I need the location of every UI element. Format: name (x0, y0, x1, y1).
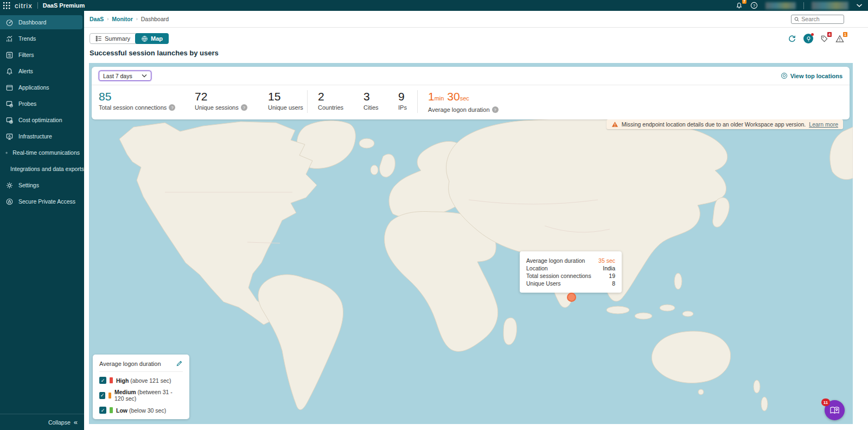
org-name-redacted (765, 2, 796, 9)
list-icon (95, 35, 102, 42)
legend-item-medium: ✓ Medium (between 31 - 120 sec) (99, 389, 183, 402)
stats-divider (307, 90, 308, 113)
learn-more-link[interactable]: Learn more (809, 121, 838, 128)
tab-map-label: Map (151, 35, 163, 42)
sidebar-collapse-button[interactable]: Collapse « (0, 414, 84, 430)
sidebar-item-label: Filters (18, 52, 34, 58)
tooltip-label: Total session connections (526, 272, 591, 280)
stat-unique-users: 15 Unique users (268, 90, 307, 111)
sidebar-item-cost-optimization[interactable]: $ Cost optimization (0, 113, 84, 127)
stat-unique-sessions: 72 Unique sessions? (195, 90, 268, 111)
chat-badge: 11 (821, 399, 830, 406)
help-icon[interactable]: ? (169, 104, 175, 111)
page-header: Summary Map Successful session launches … (84, 28, 868, 63)
sidebar-item-label: Secure Private Access (18, 198, 75, 205)
header-icons: 4 1 (788, 34, 844, 43)
edit-pencil-icon[interactable] (176, 360, 183, 367)
user-name-redacted (812, 2, 848, 10)
breadcrumb-monitor[interactable]: Monitor (112, 16, 133, 22)
world-map[interactable]: Last 7 days View top locations 85 Total … (89, 63, 853, 424)
legend-checkbox-high[interactable]: ✓ (99, 377, 106, 384)
trends-icon (5, 35, 14, 43)
app-grid-icon[interactable] (3, 2, 10, 9)
stat-ips: 9 IPs (398, 90, 417, 111)
stat-value: 85 (99, 90, 195, 103)
sidebar-item-probes[interactable]: Probes (0, 97, 84, 111)
warning-triangle-icon (611, 121, 618, 128)
tooltip-label: Unique Users (526, 280, 561, 287)
alerts-warning-icon[interactable]: 1 (835, 35, 844, 43)
stat-value: 3 (363, 90, 398, 103)
stat-label: Unique sessions (195, 104, 239, 111)
account-chevron-down-icon[interactable] (856, 3, 863, 8)
applications-icon (5, 84, 14, 92)
sidebar-item-filters[interactable]: Filters (0, 48, 84, 62)
filters-icon (5, 51, 14, 59)
stat-value: 9 (398, 90, 417, 103)
top-bar: citrix DaaS Premium 7 ? (0, 0, 868, 11)
stat-label: Cities (363, 104, 379, 111)
breadcrumb-current: Dashboard (141, 16, 169, 22)
refresh-icon[interactable] (788, 34, 796, 43)
sidebar-item-label: Dashboard (18, 19, 46, 26)
sidebar-item-secure-private-access[interactable]: Secure Private Access (0, 194, 84, 208)
sidebar-item-label: Alerts (18, 68, 33, 74)
stat-average-logon-duration: 1min 30sec Average logon duration? (428, 90, 499, 113)
bell-badge: 7 (742, 0, 746, 4)
search-box[interactable] (791, 15, 844, 24)
secure-private-access-icon (5, 198, 14, 206)
map-marker-india[interactable] (567, 293, 576, 302)
search-icon (794, 16, 799, 22)
assistant-icon[interactable] (803, 34, 813, 43)
stat-value: 72 (195, 90, 268, 103)
endpoint-warning-banner: Missing endpoint location details due to… (607, 119, 843, 129)
realtime-communications-icon (5, 149, 8, 157)
tooltip-value: 35 sec (598, 257, 615, 264)
sidebar-item-label: Applications (18, 84, 49, 91)
view-toggle: Summary Map (90, 33, 169, 44)
sidebar-item-dashboard[interactable]: Dashboard (0, 15, 82, 29)
tooltip-label: Location (526, 264, 548, 272)
view-top-locations-link[interactable]: View top locations (781, 72, 843, 79)
sidebar-item-infrastructure[interactable]: Infrastructure (0, 129, 84, 143)
notifications-bell[interactable]: 7 (736, 2, 743, 9)
help-icon[interactable]: ? (492, 106, 499, 113)
sidebar-item-alerts[interactable]: Alerts (0, 64, 84, 78)
stat-label: Average logon duration (428, 106, 490, 113)
svg-text:?: ? (753, 3, 755, 8)
sidebar-item-label: Probes (18, 100, 36, 107)
dashboard-icon (5, 18, 14, 27)
stat-cities: 3 Cities (363, 90, 398, 111)
tags-icon[interactable]: 4 (820, 35, 828, 43)
breadcrumb: DaaS › Monitor › Dashboard (90, 16, 169, 22)
search-input[interactable] (801, 16, 841, 22)
stat-value: 1min 30sec (428, 90, 499, 105)
globe-icon (141, 35, 148, 42)
infrastructure-icon (5, 132, 14, 141)
assistant-notification-dot (811, 33, 814, 36)
legend-checkbox-medium[interactable]: ✓ (99, 392, 105, 399)
stat-countries: 2 Countries (318, 90, 363, 111)
help-chat-bubble[interactable]: 11 (825, 400, 845, 420)
sidebar-item-trends[interactable]: Trends (0, 31, 84, 46)
tab-summary-label: Summary (105, 35, 130, 42)
sidebar-item-label: Cost optimization (18, 117, 62, 123)
stats-row: 85 Total session connections? 72 Unique … (92, 85, 850, 119)
topbar-divider (803, 2, 804, 9)
tooltip-value: 19 (609, 272, 615, 280)
help-icon[interactable]: ? (241, 104, 247, 111)
breadcrumb-daas[interactable]: DaaS (90, 16, 104, 22)
legend-checkbox-low[interactable]: ✓ (99, 407, 106, 414)
tab-map-active[interactable]: Map (135, 33, 169, 44)
sidebar-item-settings[interactable]: Settings (0, 178, 84, 192)
time-range-dropdown[interactable]: Last 7 days (99, 71, 151, 81)
sidebar-item-applications[interactable]: Applications (0, 80, 84, 94)
legend-swatch-high (110, 377, 113, 383)
main-content: DaaS › Monitor › Dashboard Summary (84, 11, 868, 424)
sidebar-item-integrations[interactable]: Integrations and data exports (0, 162, 84, 176)
tab-summary[interactable]: Summary (90, 34, 136, 43)
sidebar-item-realtime-communications[interactable]: Real-time communications (0, 146, 84, 160)
help-icon[interactable]: ? (750, 2, 758, 9)
stats-card: Last 7 days View top locations 85 Total … (92, 67, 850, 119)
alerts-icon (5, 67, 14, 75)
